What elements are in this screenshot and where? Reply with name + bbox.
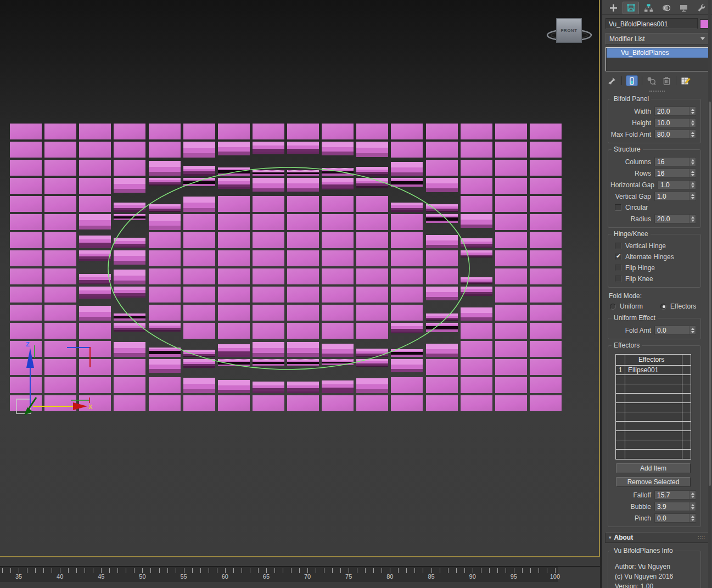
bifold-plane-cell[interactable] bbox=[79, 341, 111, 357]
make-unique-button[interactable] bbox=[646, 75, 657, 86]
bifold-plane-cell[interactable] bbox=[149, 124, 181, 139]
bifold-plane-cell[interactable] bbox=[461, 395, 492, 411]
bifold-plane-cell[interactable] bbox=[426, 395, 458, 411]
effector-row-empty[interactable] bbox=[616, 450, 691, 459]
alternate-hinges-checkbox[interactable] bbox=[615, 254, 621, 260]
remove-selected-button[interactable]: Remove Selected bbox=[616, 477, 691, 487]
bifold-plane-cell[interactable] bbox=[114, 395, 145, 411]
bifold-plane-cell[interactable] bbox=[253, 124, 284, 139]
bifold-plane-cell[interactable] bbox=[44, 178, 76, 194]
bifold-plane-cell[interactable] bbox=[44, 268, 76, 284]
bifold-plane-cell[interactable] bbox=[253, 323, 284, 339]
bifold-plane-cell[interactable] bbox=[114, 323, 145, 339]
bifold-plane-cell[interactable] bbox=[530, 305, 562, 321]
bifold-plane-cell[interactable] bbox=[253, 160, 284, 176]
modifier-stack-item[interactable]: Vu_BifoldPlanes bbox=[607, 48, 709, 58]
bifold-plane-cell[interactable] bbox=[287, 214, 319, 230]
rows-spinner[interactable]: 16 bbox=[654, 169, 696, 178]
bifold-plane-cell[interactable] bbox=[253, 250, 284, 266]
bifold-plane-cell[interactable] bbox=[253, 178, 284, 194]
effector-row-empty[interactable] bbox=[616, 412, 691, 422]
bifold-plane-cell[interactable] bbox=[218, 214, 250, 230]
bifold-plane-cell[interactable] bbox=[530, 359, 562, 375]
configure-modifier-sets-button[interactable] bbox=[680, 75, 691, 86]
bifold-plane-cell[interactable] bbox=[149, 377, 181, 393]
bifold-plane-cell[interactable] bbox=[183, 323, 215, 339]
track-bar[interactable]: 35404550556065707580859095100 bbox=[0, 566, 600, 582]
fold-amt-spinner[interactable]: 0.0 bbox=[654, 326, 696, 335]
bifold-plane-cell[interactable] bbox=[356, 268, 388, 284]
bifold-plane-cell[interactable] bbox=[356, 395, 388, 411]
bifold-plane-cell[interactable] bbox=[79, 268, 111, 284]
bifold-plane-cell[interactable] bbox=[114, 377, 145, 393]
bifold-plane-cell[interactable] bbox=[426, 341, 458, 357]
bifold-plane-cell[interactable] bbox=[287, 377, 319, 393]
bifold-plane-cell[interactable] bbox=[183, 287, 215, 303]
spinner-arrows-icon[interactable] bbox=[689, 215, 696, 223]
spinner-arrows-icon[interactable] bbox=[689, 514, 696, 522]
bifold-plane-cell[interactable] bbox=[79, 250, 111, 266]
bifold-plane-cell[interactable] bbox=[44, 395, 76, 411]
bifold-plane-cell[interactable] bbox=[461, 287, 492, 303]
bifold-plane-cell[interactable] bbox=[10, 142, 42, 158]
circular-checkbox[interactable] bbox=[615, 204, 621, 211]
spinner-arrows-icon[interactable] bbox=[689, 502, 696, 511]
bifold-plane-cell[interactable] bbox=[391, 268, 423, 284]
bifold-plane-cell[interactable] bbox=[79, 232, 111, 248]
bifold-plane-cell[interactable] bbox=[461, 250, 492, 266]
bifold-plane-cell[interactable] bbox=[149, 160, 181, 176]
bifold-plane-cell[interactable] bbox=[287, 250, 319, 266]
bifold-plane-cell[interactable] bbox=[391, 359, 423, 375]
height-spinner[interactable]: 10.0 bbox=[654, 118, 696, 127]
bifold-plane-cell[interactable] bbox=[287, 287, 319, 303]
bifold-plane-cell[interactable] bbox=[218, 341, 250, 357]
falloff-spinner[interactable]: 15.7 bbox=[654, 490, 696, 500]
bifold-plane-cell[interactable] bbox=[253, 377, 284, 393]
bifold-plane-cell[interactable] bbox=[426, 178, 458, 194]
bifold-plane-cell[interactable] bbox=[253, 268, 284, 284]
bifold-plane-cell[interactable] bbox=[253, 196, 284, 212]
bifold-plane-cell[interactable] bbox=[461, 214, 492, 230]
bifold-plane-cell[interactable] bbox=[149, 395, 181, 411]
bifold-plane-cell[interactable] bbox=[322, 268, 354, 284]
bifold-plane-cell[interactable] bbox=[44, 377, 76, 393]
bifold-plane-cell[interactable] bbox=[10, 395, 42, 411]
bifold-plane-cell[interactable] bbox=[391, 323, 423, 339]
bifold-plane-cell[interactable] bbox=[218, 232, 250, 248]
bifold-plane-cell[interactable] bbox=[183, 124, 215, 139]
bifold-plane-cell[interactable] bbox=[426, 124, 458, 139]
bifold-plane-cell[interactable] bbox=[253, 305, 284, 321]
width-spinner[interactable]: 20.0 bbox=[654, 107, 696, 116]
bifold-plane-cell[interactable] bbox=[426, 250, 458, 266]
bifold-plane-cell[interactable] bbox=[530, 160, 562, 176]
bifold-plane-cell[interactable] bbox=[322, 287, 354, 303]
bubble-spinner[interactable]: 3.9 bbox=[654, 502, 696, 511]
bifold-plane-cell[interactable] bbox=[356, 214, 388, 230]
bifold-plane-cell[interactable] bbox=[391, 142, 423, 158]
bifold-plane-cell[interactable] bbox=[495, 160, 527, 176]
bifold-plane-cell[interactable] bbox=[391, 377, 423, 393]
bifold-plane-cell[interactable] bbox=[287, 160, 319, 176]
bifold-plane-cell[interactable] bbox=[391, 124, 423, 139]
panel-grip-handle[interactable] bbox=[649, 91, 665, 93]
effector-row-empty[interactable] bbox=[616, 384, 691, 394]
bifold-plane-cell[interactable] bbox=[356, 305, 388, 321]
bifold-plane-cell[interactable] bbox=[218, 124, 250, 139]
bifold-plane-cell[interactable] bbox=[218, 377, 250, 393]
bifold-plane-cell[interactable] bbox=[79, 395, 111, 411]
bifold-plane-cell[interactable] bbox=[44, 341, 76, 357]
bifold-plane-cell[interactable] bbox=[10, 160, 42, 176]
bifold-plane-cell[interactable] bbox=[530, 178, 562, 194]
bifold-plane-cell[interactable] bbox=[530, 268, 562, 284]
spinner-arrows-icon[interactable] bbox=[689, 181, 696, 189]
horizontal-gap-spinner[interactable]: 1.0 bbox=[658, 180, 696, 189]
bifold-plane-cell[interactable] bbox=[495, 341, 527, 357]
bifold-plane-cell[interactable] bbox=[287, 395, 319, 411]
bifold-plane-cell[interactable] bbox=[114, 250, 145, 266]
track-bar-ruler[interactable]: 35404550556065707580859095100 bbox=[0, 567, 558, 583]
bifold-plane-cell[interactable] bbox=[356, 142, 388, 158]
bifold-plane-cell[interactable] bbox=[530, 142, 562, 158]
bifold-plane-cell[interactable] bbox=[426, 160, 458, 176]
bifold-plane-cell[interactable] bbox=[426, 287, 458, 303]
bifold-plane-cell[interactable] bbox=[218, 305, 250, 321]
